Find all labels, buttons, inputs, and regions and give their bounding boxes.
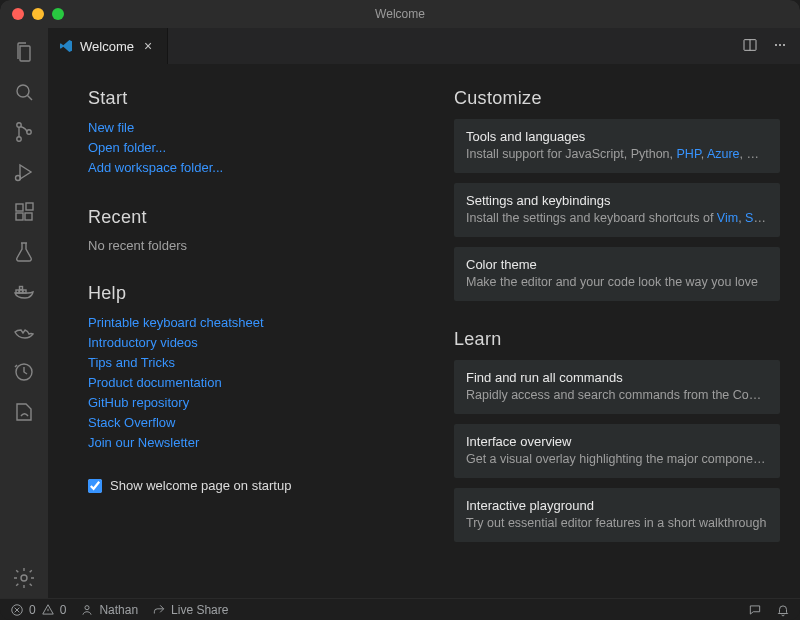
status-user-name: Nathan <box>99 603 138 617</box>
card-desc: Get a visual overlay highlighting the ma… <box>466 452 768 466</box>
card-title: Interactive playground <box>466 498 768 513</box>
status-liveshare[interactable]: Live Share <box>152 603 228 617</box>
card-title: Color theme <box>466 257 768 272</box>
svg-rect-12 <box>20 287 23 290</box>
svg-point-16 <box>775 43 777 45</box>
show-welcome-checkbox[interactable] <box>88 479 102 493</box>
more-actions-icon[interactable] <box>772 37 788 56</box>
learn-card-overview[interactable]: Interface overview Get a visual overlay … <box>454 424 780 478</box>
error-icon <box>10 603 24 617</box>
maximize-window-button[interactable] <box>52 8 64 20</box>
run-debug-icon[interactable] <box>0 152 48 192</box>
learn-card-commands[interactable]: Find and run all commands Rapidly access… <box>454 360 780 414</box>
settings-gear-icon[interactable] <box>0 558 48 598</box>
show-welcome-label: Show welcome page on startup <box>110 478 291 493</box>
card-title: Interface overview <box>466 434 768 449</box>
welcome-page: Start New file Open folder... Add worksp… <box>48 64 800 598</box>
split-editor-icon[interactable] <box>742 37 758 56</box>
status-bar: 0 0 Nathan Live Share <box>0 598 800 620</box>
tab-bar: Welcome × <box>48 28 800 64</box>
traffic-lights <box>12 8 64 20</box>
svg-rect-5 <box>16 204 23 211</box>
tab-close-icon[interactable]: × <box>140 38 156 54</box>
start-link-add-workspace[interactable]: Add workspace folder... <box>88 159 414 177</box>
svg-point-14 <box>21 575 27 581</box>
recent-empty: No recent folders <box>88 238 414 253</box>
svg-point-18 <box>783 43 785 45</box>
person-icon <box>80 603 94 617</box>
start-heading: Start <box>88 88 414 109</box>
card-desc: Install the settings and keyboard shortc… <box>466 211 768 225</box>
svg-rect-6 <box>16 213 23 220</box>
search-icon[interactable] <box>0 72 48 112</box>
help-link-cheatsheet[interactable]: Printable keyboard cheatsheet <box>88 314 414 332</box>
timeline-icon[interactable] <box>0 352 48 392</box>
start-link-new-file[interactable]: New file <box>88 119 414 137</box>
svg-rect-8 <box>26 203 33 210</box>
status-liveshare-label: Live Share <box>171 603 228 617</box>
recent-heading: Recent <box>88 207 414 228</box>
window-title: Welcome <box>0 7 800 21</box>
card-title: Tools and languages <box>466 129 768 144</box>
extensions-icon[interactable] <box>0 192 48 232</box>
docker-icon[interactable] <box>0 272 48 312</box>
tab-label: Welcome <box>80 39 134 54</box>
tab-welcome[interactable]: Welcome × <box>48 28 168 64</box>
learn-card-playground[interactable]: Interactive playground Try out essential… <box>454 488 780 542</box>
svg-point-20 <box>85 605 89 609</box>
help-link-videos[interactable]: Introductory videos <box>88 334 414 352</box>
svg-rect-7 <box>25 213 32 220</box>
customize-heading: Customize <box>454 88 780 109</box>
vscode-icon <box>58 38 74 54</box>
status-bell-icon[interactable] <box>776 603 790 617</box>
status-user[interactable]: Nathan <box>80 603 138 617</box>
card-title: Settings and keybindings <box>466 193 768 208</box>
customize-card-tools[interactable]: Tools and languages Install support for … <box>454 119 780 173</box>
help-link-tips[interactable]: Tips and Tricks <box>88 354 414 372</box>
start-link-open-folder[interactable]: Open folder... <box>88 139 414 157</box>
card-desc: Install support for JavaScript, Python, … <box>466 147 768 161</box>
activity-bar <box>0 28 48 598</box>
card-desc: Make the editor and your code look the w… <box>466 275 768 289</box>
help-link-github[interactable]: GitHub repository <box>88 394 414 412</box>
help-heading: Help <box>88 283 414 304</box>
customize-card-keybindings[interactable]: Settings and keybindings Install the set… <box>454 183 780 237</box>
liveshare-icon <box>152 603 166 617</box>
close-window-button[interactable] <box>12 8 24 20</box>
help-link-docs[interactable]: Product documentation <box>88 374 414 392</box>
help-link-newsletter[interactable]: Join our Newsletter <box>88 434 414 452</box>
card-title: Find and run all commands <box>466 370 768 385</box>
status-errors-count: 0 <box>29 603 36 617</box>
svg-point-0 <box>17 85 29 97</box>
status-feedback-icon[interactable] <box>748 603 762 617</box>
status-problems[interactable]: 0 0 <box>10 603 66 617</box>
learn-heading: Learn <box>454 329 780 350</box>
card-desc: Try out essential editor features in a s… <box>466 516 768 530</box>
testing-icon[interactable] <box>0 232 48 272</box>
svg-point-2 <box>17 137 21 141</box>
whale-extension-icon[interactable] <box>0 312 48 352</box>
share-extension-icon[interactable] <box>0 392 48 432</box>
explorer-icon[interactable] <box>0 32 48 72</box>
svg-point-17 <box>779 43 781 45</box>
card-desc: Rapidly access and search commands from … <box>466 388 768 402</box>
minimize-window-button[interactable] <box>32 8 44 20</box>
status-warnings-count: 0 <box>60 603 67 617</box>
customize-card-theme[interactable]: Color theme Make the editor and your cod… <box>454 247 780 301</box>
help-link-stackoverflow[interactable]: Stack Overflow <box>88 414 414 432</box>
warning-icon <box>41 603 55 617</box>
source-control-icon[interactable] <box>0 112 48 152</box>
titlebar: Welcome <box>0 0 800 28</box>
